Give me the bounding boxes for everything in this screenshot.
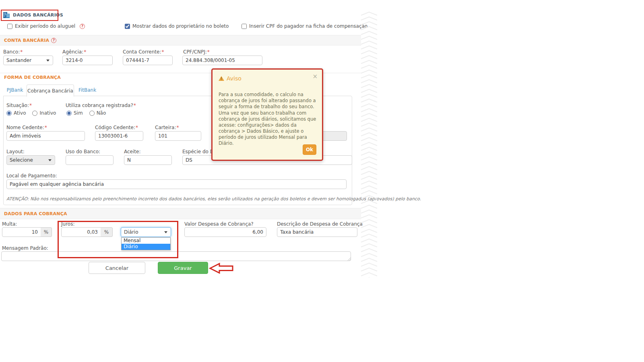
juros-period-listbox: Mensal Diário [121, 237, 171, 250]
caret-down-icon [164, 231, 167, 233]
valor-despesa-label: Valor Despesa de Cobrança? [184, 221, 254, 227]
close-icon[interactable]: × [312, 73, 318, 80]
page-header: DADOS BANCÁRIOS [3, 11, 63, 19]
nome-cedente-input[interactable] [6, 131, 85, 141]
mostrar-dados-label: Mostrar dados do proprietário no boleto [132, 23, 229, 29]
dialog-header: ! Aviso [219, 75, 242, 82]
juros-input[interactable] [61, 227, 101, 237]
tab-cobranca-bancaria[interactable]: Cobrança Bancária [27, 84, 74, 97]
annotation-arrow [209, 262, 234, 274]
exibir-periodo-label: Exibir período do aluguel [15, 23, 75, 29]
descricao-despesa-label: Descrição de Despesa de Cobrança [277, 221, 363, 227]
carteira-input[interactable] [155, 131, 201, 141]
multa-percent-addon: % [41, 227, 52, 237]
dialog-title: Aviso [227, 75, 242, 82]
aviso-dialog: ! Aviso × Para a sua comodidade, o calcu… [211, 68, 323, 161]
mensagem-padrao-label: Mensagem Padrão: [2, 245, 48, 251]
situacao-radios: Ativo Inativo [6, 110, 56, 116]
multa-input[interactable] [2, 227, 41, 237]
inativo-radio[interactable] [32, 111, 37, 116]
inativo-label: Inativo [39, 110, 56, 116]
checkbox-inserir-cpf: Inserir CPF do pagador na ficha de compe… [242, 23, 367, 29]
layout-label: Layout: [6, 149, 25, 154]
carteira-label: Carteira:* [155, 125, 179, 130]
layout-select[interactable]: Selecione [6, 155, 55, 165]
caret-down-icon [48, 159, 52, 161]
inserir-cpf-label: Inserir CPF do pagador na ficha de compe… [249, 23, 367, 29]
dialog-message: Para a sua comodidade, o calculo na cobr… [219, 92, 319, 147]
juros-label: Juros: [61, 221, 74, 227]
local-pagamento-label: Local de Pagamento: [6, 173, 57, 179]
banco-label: Banco:* [3, 49, 23, 55]
tab-pjbank[interactable]: PJBank [3, 84, 27, 96]
checkbox-mostrar-dados: Mostrar dados do proprietário no boleto [125, 23, 229, 29]
section-title-dados-cobranca: DADOS PARA COBRANÇA [4, 211, 67, 216]
sim-label: Sim [74, 110, 83, 116]
mensagem-padrao-textarea[interactable] [1, 251, 351, 261]
chevron-watermark [359, 11, 379, 278]
nao-label: Não [97, 110, 106, 116]
codigo-cedente-label: Código Cedente:* [95, 125, 138, 130]
aceite-input[interactable] [124, 155, 172, 165]
registrada-label: Utiliza cobrança registrada?* [66, 103, 136, 108]
ativo-radio[interactable] [6, 111, 12, 116]
codigo-cedente-input[interactable] [95, 131, 143, 141]
page-title: DADOS BANCÁRIOS [13, 12, 63, 18]
help-icon[interactable]: ? [80, 24, 85, 29]
agencia-label: Agência:* [62, 49, 86, 55]
option-diario[interactable]: Diário [122, 244, 170, 250]
cpf-cnpj-input[interactable] [182, 56, 262, 65]
descricao-despesa-input[interactable] [277, 227, 357, 237]
cpf-cnpj-label: CPF/CNPJ:* [183, 49, 210, 55]
building-icon [3, 11, 10, 19]
agencia-input[interactable] [62, 56, 113, 65]
section-title-conta-bancaria: CONTA BANCÁRIA [4, 38, 49, 43]
local-pagamento-input[interactable] [6, 179, 347, 189]
inserir-cpf-checkbox[interactable] [242, 24, 247, 29]
caret-down-icon [46, 60, 50, 62]
conta-corrente-label: Conta Corrente:* [123, 49, 164, 55]
ok-button[interactable]: Ok [303, 144, 316, 155]
section-bar-conta-bancaria: CONTA BANCÁRIA ? [0, 35, 361, 45]
uso-banco-input[interactable] [66, 155, 114, 165]
section-bar-dados-cobranca: DADOS PARA COBRANÇA [0, 208, 361, 219]
save-button[interactable]: Gravar [158, 262, 208, 274]
option-mensal[interactable]: Mensal [122, 238, 170, 244]
conta-corrente-input[interactable] [123, 56, 173, 65]
registrada-radios: Sim Não [66, 110, 106, 116]
ativo-label: Ativo [14, 110, 26, 116]
juros-period-select[interactable]: Diário [121, 227, 171, 237]
attention-note: ATENÇÃO: Não nos responsabilizamos pelo … [6, 196, 421, 202]
nao-radio[interactable] [89, 111, 95, 116]
mostrar-dados-checkbox[interactable] [125, 24, 130, 29]
cancel-button[interactable]: Cancelar [89, 262, 145, 274]
help-icon[interactable]: ? [51, 38, 56, 43]
situacao-label: Situação:* [6, 103, 32, 108]
section-title-forma-cobranca: FORMA DE COBRANÇA [4, 75, 61, 80]
page: { "page": { "title": "DADOS BANCÁRIOS" }… [0, 0, 644, 362]
checkbox-exibir-periodo: Exibir período do aluguel ? [7, 23, 85, 29]
sim-radio[interactable] [66, 111, 72, 116]
banco-select[interactable]: Santander [3, 56, 53, 65]
warning-icon: ! [219, 76, 224, 81]
valor-despesa-input[interactable] [184, 227, 266, 237]
tab-fitbank[interactable]: FitBank [75, 84, 100, 96]
juros-percent-addon: % [101, 227, 113, 237]
aceite-label: Aceite: [124, 149, 140, 154]
uso-banco-label: Uso do Banco: [66, 149, 100, 154]
nome-cedente-label: Nome Cedente:* [6, 125, 47, 130]
exibir-periodo-checkbox[interactable] [7, 24, 12, 29]
multa-label: Multa: [2, 221, 17, 227]
